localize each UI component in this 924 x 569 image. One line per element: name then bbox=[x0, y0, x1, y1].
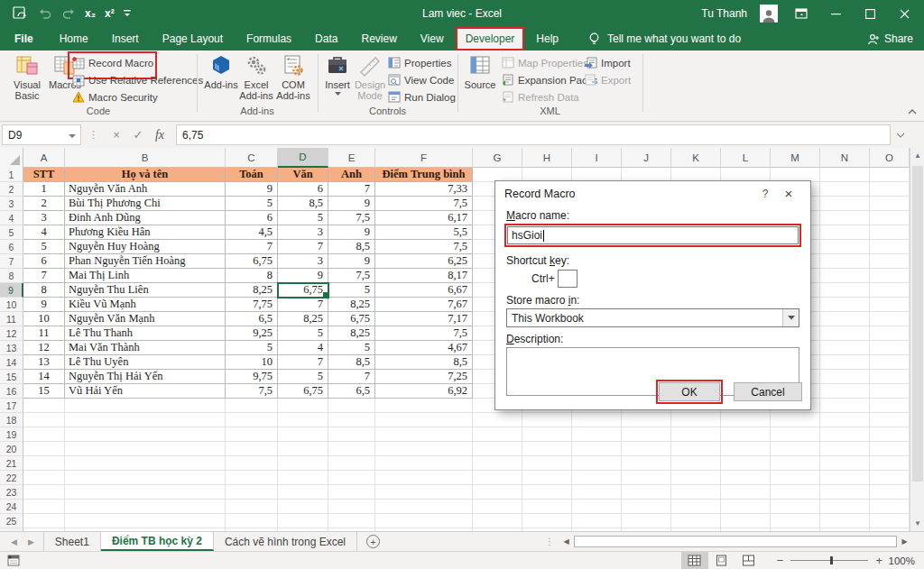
cell-M19[interactable] bbox=[771, 427, 820, 442]
column-header-M[interactable]: M bbox=[771, 148, 820, 168]
cell-A18[interactable] bbox=[23, 413, 65, 427]
cell-D9[interactable]: 6,75 bbox=[278, 283, 328, 298]
cell-N24[interactable] bbox=[820, 500, 870, 514]
cell-D4[interactable]: 5 bbox=[278, 211, 328, 225]
cell-B5[interactable]: Phương Kiều Hân bbox=[65, 225, 226, 240]
cell-F20[interactable] bbox=[375, 442, 473, 456]
cell-K23[interactable] bbox=[671, 485, 721, 500]
cell-O15[interactable] bbox=[870, 370, 910, 384]
row-header-25[interactable]: 25 bbox=[0, 514, 23, 528]
column-header-H[interactable]: H bbox=[522, 148, 572, 168]
cell-A17[interactable] bbox=[23, 399, 65, 413]
cell-F12[interactable]: 7,5 bbox=[375, 326, 473, 341]
share-button[interactable]: Share bbox=[867, 27, 913, 50]
cell-F8[interactable]: 8,17 bbox=[375, 269, 473, 283]
cell-A3[interactable]: 2 bbox=[23, 197, 65, 211]
cell-B7[interactable]: Phan Nguyễn Tiến Hoàng bbox=[65, 254, 226, 269]
cell-N25[interactable] bbox=[820, 514, 870, 528]
cell-N9[interactable] bbox=[820, 283, 870, 298]
cell-F4[interactable]: 6,17 bbox=[375, 211, 473, 225]
ok-button[interactable]: OK bbox=[659, 382, 720, 401]
cell-N8[interactable] bbox=[820, 269, 870, 283]
zoom-slider-thumb[interactable] bbox=[830, 556, 833, 564]
cell-D18[interactable] bbox=[278, 413, 328, 427]
cell-C7[interactable]: 6,75 bbox=[226, 254, 278, 269]
cell-B19[interactable] bbox=[65, 427, 226, 442]
cell-E14[interactable]: 8,5 bbox=[328, 355, 375, 370]
cell-B21[interactable] bbox=[65, 456, 226, 471]
cell-D19[interactable] bbox=[278, 427, 328, 442]
cell-C3[interactable]: 5 bbox=[226, 197, 278, 211]
cell-B3[interactable]: Bùi Thị Phương Chi bbox=[65, 197, 226, 211]
cell-L25[interactable] bbox=[721, 514, 771, 528]
cell-A2[interactable]: 1 bbox=[23, 182, 65, 197]
cell-H22[interactable] bbox=[522, 471, 572, 485]
cell-E5[interactable]: 9 bbox=[328, 225, 375, 240]
cell-F17[interactable] bbox=[375, 399, 473, 413]
row-header-11[interactable]: 11 bbox=[0, 312, 23, 326]
cell-L18[interactable] bbox=[721, 413, 771, 427]
zoom-in-icon[interactable]: + bbox=[875, 554, 882, 567]
cell-M22[interactable] bbox=[771, 471, 820, 485]
add-ins-button[interactable]: Add-ins bbox=[204, 52, 238, 108]
cell-N6[interactable] bbox=[820, 240, 870, 254]
cell-B24[interactable] bbox=[65, 500, 226, 514]
cell-N7[interactable] bbox=[820, 254, 870, 269]
cell-H19[interactable] bbox=[522, 427, 572, 442]
cell-B9[interactable]: Nguyễn Thu Liên bbox=[65, 283, 226, 298]
cell-A1[interactable]: STT bbox=[23, 168, 65, 182]
cell-E17[interactable] bbox=[328, 399, 375, 413]
cell-C20[interactable] bbox=[226, 442, 278, 456]
cell-I19[interactable] bbox=[572, 427, 622, 442]
view-code-button[interactable]: View Code bbox=[388, 72, 454, 87]
cell-I21[interactable] bbox=[572, 456, 622, 471]
row-header-7[interactable]: 7 bbox=[0, 254, 23, 269]
cell-D8[interactable]: 9 bbox=[278, 269, 328, 283]
column-header-N[interactable]: N bbox=[820, 148, 870, 168]
cell-C9[interactable]: 8,25 bbox=[226, 283, 278, 298]
cell-H23[interactable] bbox=[522, 485, 572, 500]
user-avatar[interactable] bbox=[760, 5, 778, 23]
cell-M21[interactable] bbox=[771, 456, 820, 471]
customize-qat-icon[interactable] bbox=[124, 5, 131, 23]
cell-O3[interactable] bbox=[870, 197, 910, 211]
cell-O21[interactable] bbox=[870, 456, 910, 471]
column-header-G[interactable]: G bbox=[473, 148, 522, 168]
cell-O6[interactable] bbox=[870, 240, 910, 254]
dialog-close-button[interactable]: × bbox=[776, 186, 801, 201]
cell-N23[interactable] bbox=[820, 485, 870, 500]
cell-A5[interactable]: 4 bbox=[23, 225, 65, 240]
vertical-scrollbar-thumb[interactable] bbox=[912, 166, 923, 482]
cell-C19[interactable] bbox=[226, 427, 278, 442]
cell-A22[interactable] bbox=[23, 471, 65, 485]
cell-E25[interactable] bbox=[328, 514, 375, 528]
cell-M25[interactable] bbox=[771, 514, 820, 528]
sheet-nav-right-icon[interactable]: ▶ bbox=[28, 537, 34, 546]
macro-record-status-icon[interactable] bbox=[7, 555, 21, 566]
cell-A14[interactable]: 13 bbox=[23, 355, 65, 370]
cell-F23[interactable] bbox=[375, 485, 473, 500]
cell-B4[interactable]: Đinh Anh Dũng bbox=[65, 211, 226, 225]
scroll-up-icon[interactable]: ▲ bbox=[910, 148, 924, 163]
cell-C8[interactable]: 8 bbox=[226, 269, 278, 283]
cell-O12[interactable] bbox=[870, 326, 910, 341]
cell-F15[interactable]: 7,25 bbox=[375, 370, 473, 384]
com-add-ins-button[interactable]: COM Add-ins bbox=[274, 52, 312, 108]
cell-A20[interactable] bbox=[23, 442, 65, 456]
zoom-level[interactable]: 100% bbox=[882, 555, 915, 566]
tabbar-resize-handle[interactable]: ⋮ bbox=[545, 532, 554, 551]
cell-J18[interactable] bbox=[622, 413, 671, 427]
cell-D5[interactable]: 3 bbox=[278, 225, 328, 240]
cell-F22[interactable] bbox=[375, 471, 473, 485]
tell-me-box[interactable]: Tell me what you want to do bbox=[588, 27, 741, 50]
cell-E4[interactable]: 7,5 bbox=[328, 211, 375, 225]
column-header-E[interactable]: E bbox=[328, 148, 375, 168]
cell-O18[interactable] bbox=[870, 413, 910, 427]
cell-J23[interactable] bbox=[622, 485, 671, 500]
cell-E12[interactable]: 8,25 bbox=[328, 326, 375, 341]
close-button[interactable] bbox=[893, 4, 915, 23]
cell-O24[interactable] bbox=[870, 500, 910, 514]
macro-security-button[interactable]: Macro Security bbox=[72, 89, 158, 105]
cell-L22[interactable] bbox=[721, 471, 771, 485]
cell-N3[interactable] bbox=[820, 197, 870, 211]
